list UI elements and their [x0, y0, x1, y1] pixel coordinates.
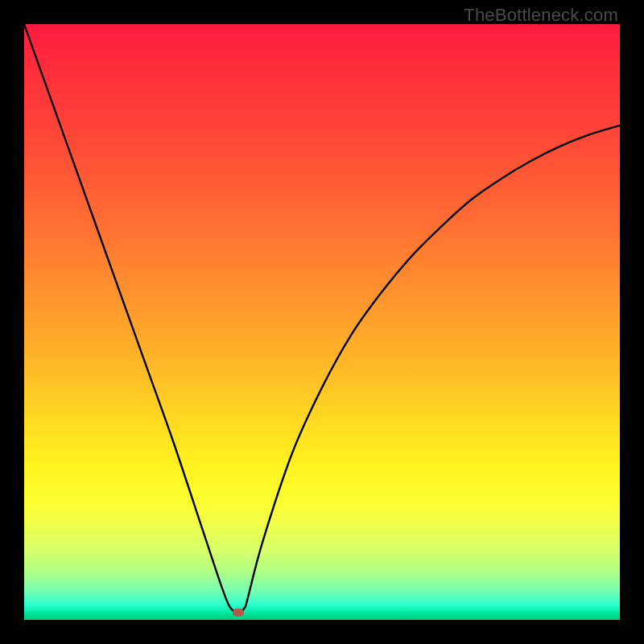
optimal-marker — [233, 609, 244, 617]
plot-area — [24, 24, 620, 620]
watermark-text: TheBottleneck.com — [464, 5, 618, 26]
chart-frame: TheBottleneck.com — [0, 0, 644, 644]
bottleneck-curve — [24, 24, 620, 620]
